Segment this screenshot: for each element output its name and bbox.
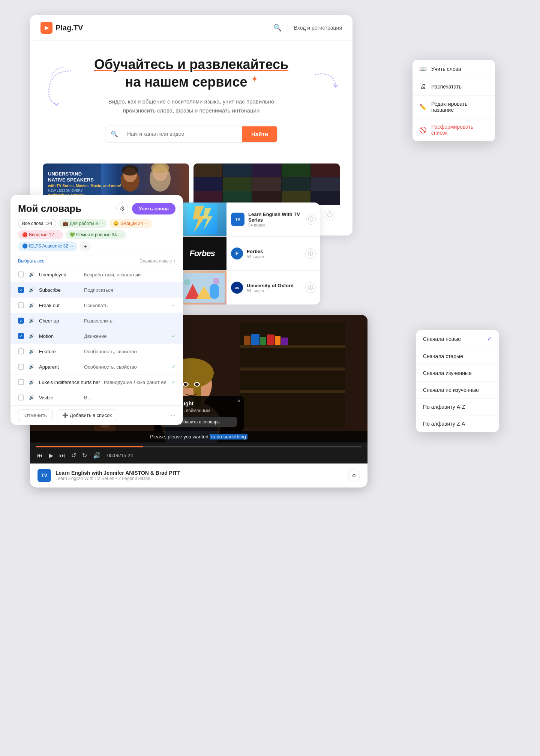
forbes-bg: Forbes [178, 237, 226, 270]
search-icon[interactable]: 🔍 [273, 24, 282, 32]
filter-ielts[interactable]: 🔵 IELTS Academic 32 ··· [18, 242, 77, 251]
subtitle-bar-main-text: Please, please you wanted [150, 434, 208, 440]
search-input[interactable] [121, 126, 242, 141]
dictionary-header-right: ⚙ Учить слова [116, 202, 176, 214]
oxford-shapes [180, 273, 225, 303]
word-checkbox-0[interactable] [18, 272, 24, 278]
word-en-2: Freak out [39, 303, 80, 308]
word-audio-7[interactable]: 🔊 [28, 378, 35, 386]
word-checkbox-1[interactable]: ✓ [18, 287, 24, 293]
svg-rect-22 [251, 334, 260, 345]
volume-button[interactable]: 🔊 [92, 451, 101, 460]
filter-work[interactable]: 💼 Для работы 8 ··· [58, 219, 107, 228]
oxford-info-button[interactable]: ⓘ [305, 282, 316, 293]
more-options-button[interactable]: ··· [171, 412, 176, 419]
word-checkbox-5[interactable] [18, 348, 24, 354]
skip-forward-button[interactable]: ⏭ [58, 452, 66, 460]
forbes-info-button[interactable]: ⓘ [305, 248, 316, 259]
filter-add[interactable]: + [80, 242, 91, 251]
dictionary-settings-button[interactable]: ⚙ [116, 202, 128, 214]
gq-info-button[interactable]: ⓘ [325, 210, 335, 220]
video-title: Learn English with Jennifer ANISTON & Br… [56, 470, 180, 476]
word-checkbox-3[interactable]: ✓ [18, 318, 24, 324]
understand-speakers: NATIVE SPEAKERS [48, 177, 122, 183]
channel-forbes: Forbes F Forbes 54 видео ⓘ [178, 237, 320, 271]
bolts-count: 54 видео [248, 223, 306, 227]
word-checkbox-4[interactable]: ✓ [18, 333, 24, 339]
bolts-info-button[interactable]: ⓘ [306, 214, 316, 225]
word-checkbox-6[interactable] [18, 364, 24, 370]
dropdown-item-rename[interactable]: ✏️ Редактировать название [412, 96, 495, 118]
bolts-info: TV Learn English With TV Series 54 видео… [226, 206, 320, 232]
time-total: 15:24 [121, 453, 133, 458]
video-progress-bar[interactable] [36, 446, 362, 447]
video-channel-logo: TV [38, 469, 51, 482]
header-right: 🔍 Вход и регистрация [273, 24, 342, 32]
oxford-banner [178, 271, 226, 304]
word-checkbox-7[interactable] [18, 379, 24, 385]
pencil-icon: ✏️ [419, 104, 427, 111]
table-row: ✓ 🔊 Motion Движение ✓ [10, 328, 183, 344]
play-button[interactable]: ▶ [48, 451, 54, 460]
sort-label[interactable]: Сначала новые ↕ [140, 258, 176, 264]
rewind-button[interactable]: ↺ [70, 451, 77, 460]
forbes-info: F Forbes 54 видео ⓘ [226, 242, 320, 265]
word-audio-3[interactable]: 🔊 [28, 317, 35, 324]
filter-family[interactable]: 💚 Семья и родные 34 ··· [65, 230, 126, 239]
select-all-label[interactable]: Выбрать все [18, 258, 45, 264]
cancel-button[interactable]: Отменить [18, 410, 53, 421]
sort-dropdown: Сначала новые ✓ Сначала старые Сначала и… [416, 330, 499, 432]
logo[interactable]: ▶ Plag.TV [40, 22, 83, 34]
word-audio-2[interactable]: 🔊 [28, 302, 35, 309]
forbes-info-left: F Forbes 54 видео [231, 248, 264, 260]
search-button[interactable]: Найти [242, 126, 277, 142]
filter-all[interactable]: Все слова 124 [18, 219, 56, 228]
word-checkbox-2[interactable] [18, 302, 24, 308]
forward-button[interactable]: ↻ [81, 451, 88, 460]
subtitle-popup-close[interactable]: ✕ [237, 398, 241, 404]
video-progress-fill [36, 446, 143, 447]
video-subtitle-bar: Please, please you wanted to do somethin… [30, 431, 368, 442]
login-link[interactable]: Вход и регистрация [294, 25, 342, 31]
table-row: 🔊 Apparent Особенность, свойство ✓ [10, 359, 183, 375]
word-status-1: ··· [172, 287, 176, 292]
dictionary-title: Мой словарь [18, 203, 81, 214]
word-audio-5[interactable]: 🔊 [28, 348, 35, 355]
header-divider [288, 24, 288, 32]
filter-introductory[interactable]: 🔴 Вводные 12 ··· [18, 230, 63, 239]
dictionary-study-button[interactable]: Учить слова [132, 203, 176, 214]
forbes-banner: Forbes [178, 237, 226, 270]
gq-cell-6 [194, 177, 222, 191]
sort-item-newest[interactable]: Сначала новые ✓ [416, 330, 499, 348]
sort-item-az[interactable]: По алфавиту A-Z [416, 399, 499, 416]
video-settings-button[interactable]: ⚙ [348, 470, 360, 482]
dropdown-item-disband-label: Расформировать список [431, 124, 488, 136]
table-row: ✓ 🔊 Subscribe Подписаться ··· [10, 282, 183, 298]
sort-item-oldest[interactable]: Сначала старые [416, 348, 499, 365]
sort-item-unlearned[interactable]: Сначала не изученные [416, 382, 499, 399]
video-info-left: TV Learn English with Jennifer ANISTON &… [38, 469, 180, 482]
dropdown-item-disband[interactable]: 🚫 Расформировать список [412, 118, 495, 141]
word-audio-4[interactable]: 🔊 [28, 332, 35, 340]
sort-item-za[interactable]: По алфавиту Z-A [416, 416, 499, 432]
word-audio-8[interactable]: 🔊 [28, 394, 35, 401]
word-audio-1[interactable]: 🔊 [28, 286, 35, 294]
sort-item-learned[interactable]: Сначала изученные [416, 365, 499, 382]
gq-cell-8 [252, 177, 281, 191]
dropdown-item-print[interactable]: 🖨 Распечатать [412, 78, 495, 96]
dictionary-filters: Все слова 124 💼 Для работы 8 ··· 😊 Эмоци… [10, 219, 183, 255]
word-audio-0[interactable]: 🔊 [28, 271, 35, 278]
word-audio-6[interactable]: 🔊 [28, 363, 35, 370]
add-to-list-button[interactable]: ➕ Добавить в список [57, 410, 117, 421]
understand-detail: NEW LESSON EVERY [48, 189, 122, 192]
bolts-banner [178, 202, 226, 236]
word-en-1: Subscribe [39, 287, 80, 293]
dropdown-item-learn[interactable]: 📖 Учить слова [412, 60, 495, 78]
word-checkbox-8[interactable] [18, 394, 24, 400]
filter-emotions[interactable]: 😊 Эмоции 24 ··· [109, 219, 152, 228]
hero-title-line2: на нашем сервисе [125, 74, 247, 90]
table-row: ✓ 🔊 Cheer up Развеселить [10, 313, 183, 328]
forbes-count: 54 видео [247, 254, 264, 259]
skip-back-button[interactable]: ⏮ [36, 452, 44, 460]
word-en-7: Luke's indifference hurts her [39, 380, 100, 385]
